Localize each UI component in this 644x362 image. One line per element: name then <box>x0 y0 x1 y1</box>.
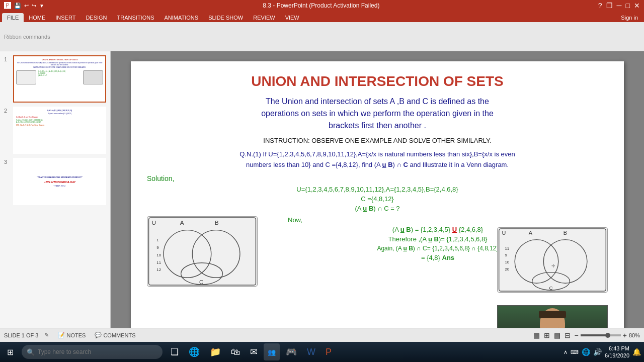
taskbar-search[interactable]: 🔍 <box>22 345 163 359</box>
tab-design[interactable]: DESIGN <box>80 13 112 22</box>
svg-text:10: 10 <box>505 260 509 264</box>
svg-text:U: U <box>151 219 156 226</box>
mail-button[interactable]: ✉ <box>246 343 262 360</box>
slide-edit-icon[interactable]: ✎ <box>44 332 49 338</box>
status-bar-right: ▦ ⊞ ▤ ⊟ − + 80% <box>533 331 640 339</box>
venn-svg-left: U A B 1 9 10 <box>147 217 257 286</box>
edge-button[interactable]: 🌐 <box>185 343 204 360</box>
store-button[interactable]: 🛍 <box>227 343 244 360</box>
quick-undo[interactable]: ↩ <box>24 3 29 9</box>
title-bar-controls: ? ❐ ─ □ ✕ <box>598 2 640 10</box>
slide-view-presenter[interactable]: ⊟ <box>565 331 571 339</box>
zoom-fill <box>581 334 606 336</box>
tab-animations[interactable]: ANIMATIONS <box>159 13 204 22</box>
notes-label: NOTES <box>66 332 86 338</box>
title-bar-left: 🅿 💾 ↩ ↪ ▼ <box>4 2 44 10</box>
venn-diagram-left: U A B 1 9 10 <box>147 216 258 287</box>
tray-network[interactable]: 🌐 <box>582 348 590 356</box>
tab-view[interactable]: VIEW <box>280 13 304 22</box>
teams-button[interactable]: 👥 <box>264 343 280 360</box>
quick-redo[interactable]: ↪ <box>32 3 36 9</box>
minimize-button[interactable]: ─ <box>617 2 622 10</box>
webcam-person <box>498 306 607 328</box>
search-input[interactable] <box>38 348 148 355</box>
task-view-button[interactable]: ❑ <box>167 343 183 360</box>
svg-text:10: 10 <box>156 252 161 257</box>
svg-text:B: B <box>215 219 219 226</box>
slide-inner-3: "PRACTICE MAKES THE STUDENTS PERFECT" HA… <box>14 159 105 204</box>
taskbar-clock[interactable]: 6:43 PM 6/19/2020 <box>605 345 629 359</box>
tab-home[interactable]: HOME <box>24 13 50 22</box>
slide-title: UNION AND INTERSECTION OF SETS <box>147 73 608 89</box>
help-button[interactable]: ? <box>598 2 602 10</box>
svg-text:11: 11 <box>156 260 161 264</box>
webcam-box: Ac... Go... <box>497 305 608 328</box>
slide-num-2: 2 <box>4 107 10 114</box>
file-explorer-button[interactable]: 📁 <box>206 343 225 360</box>
svg-text:C: C <box>199 279 203 285</box>
status-bar: SLIDE 1 OF 3 ✎ 📝 NOTES 💬 COMMENTS ▦ ⊞ ▤ … <box>0 328 644 342</box>
svg-text:A: A <box>180 219 184 226</box>
slide-subtitle: The Union and intersection of sets A ,B … <box>147 96 608 132</box>
slide-solution: Solution, <box>147 174 608 183</box>
word-button[interactable]: W <box>303 343 319 360</box>
slide-preview-2[interactable]: Q.N.2 A={1,2,3,4,5,6,7,8,9,10,11,12} B={… <box>13 107 106 154</box>
venn-svg-right: U A B 11 9 10 20 C ✛ <box>498 228 607 292</box>
app-icon: 🅿 <box>4 2 11 10</box>
person-head <box>540 308 565 328</box>
svg-point-4 <box>164 230 211 278</box>
canvas-area: UNION AND INTERSECTION OF SETS The Union… <box>111 51 644 328</box>
restore-button[interactable]: ❐ <box>606 2 613 10</box>
svg-text:C: C <box>549 285 552 291</box>
slide-view-fit[interactable]: ⊞ <box>544 331 550 339</box>
zoom-in-button[interactable]: + <box>623 331 627 339</box>
slide-preview-3[interactable]: "PRACTICE MAKES THE STUDENTS PERFECT" HA… <box>13 158 106 205</box>
search-icon: 🔍 <box>27 348 35 356</box>
slide-num-3: 3 <box>4 158 10 165</box>
comments-button[interactable]: 💬 COMMENTS <box>92 331 138 339</box>
svg-point-18 <box>543 240 587 284</box>
zoom-out-button[interactable]: − <box>575 331 579 339</box>
tab-slideshow[interactable]: SLIDE SHOW <box>203 13 248 22</box>
start-button[interactable]: ⊞ <box>3 343 18 360</box>
title-bar: 🅿 💾 ↩ ↪ ▼ 8.3 - PowerPoint (Product Acti… <box>0 0 644 11</box>
game-button[interactable]: 🎮 <box>282 343 301 360</box>
maximize-button[interactable]: □ <box>626 2 630 10</box>
slide-instruction: INSTRUCTION: OBSERVE ONE EXAMPLE AND SOL… <box>147 137 608 144</box>
slide-thumb-2[interactable]: 2 Q.N.2 A={1,2,3,4,5,6,7,8,9,10,11,12} B… <box>4 107 106 154</box>
zoom-thumb <box>605 333 610 338</box>
notes-button[interactable]: 📝 NOTES <box>55 331 89 339</box>
close-button[interactable]: ✕ <box>634 2 640 10</box>
slide-view-normal[interactable]: ▦ <box>533 331 540 339</box>
slide-view-reader[interactable]: ▤ <box>554 331 560 339</box>
clock-date: 6/19/2020 <box>605 352 629 359</box>
tab-review[interactable]: REVIEW <box>248 13 280 22</box>
ribbon-placeholder: Ribbon commands <box>4 34 50 40</box>
svg-text:A: A <box>529 230 533 236</box>
tray-keyboard[interactable]: ⌨ <box>571 349 579 355</box>
tab-transitions[interactable]: TRANSITIONS <box>112 13 159 22</box>
tray-volume[interactable]: 🔊 <box>593 348 602 356</box>
slide-question-line: (A u B) ∩ C = ? <box>147 205 608 212</box>
svg-text:B: B <box>564 230 567 236</box>
slide-thumb-3[interactable]: 3 "PRACTICE MAKES THE STUDENTS PERFECT" … <box>4 158 106 205</box>
slide-preview-1[interactable]: UNION AND INTERSECTION OF SETS The Union… <box>13 55 106 103</box>
tab-file[interactable]: FILE <box>2 13 24 22</box>
powerpoint-taskbar-button[interactable]: P <box>321 343 336 360</box>
slide-thumb-1[interactable]: 1 UNION AND INTERSECTION OF SETS The Uni… <box>4 55 106 103</box>
slide-inner-1: UNION AND INTERSECTION OF SETS The Union… <box>14 56 105 102</box>
svg-text:✛: ✛ <box>551 263 555 268</box>
tab-insert[interactable]: INSERT <box>50 13 80 22</box>
svg-text:20: 20 <box>505 267 509 272</box>
notes-icon: 📝 <box>58 332 65 338</box>
tray-chevron[interactable]: ∧ <box>564 349 568 355</box>
sign-in-button[interactable]: Sign in <box>617 13 642 22</box>
notification-button[interactable]: 🔔 <box>632 348 641 356</box>
slide-content: UNION AND INTERSECTION OF SETS The Union… <box>131 61 624 328</box>
slide-info: SLIDE 1 OF 3 <box>4 332 38 338</box>
quick-save[interactable]: 💾 <box>14 3 21 9</box>
quick-customize[interactable]: ▼ <box>39 3 44 9</box>
zoom-bar[interactable] <box>581 334 621 336</box>
svg-text:11: 11 <box>505 246 509 251</box>
now-line: Now, <box>268 216 608 224</box>
